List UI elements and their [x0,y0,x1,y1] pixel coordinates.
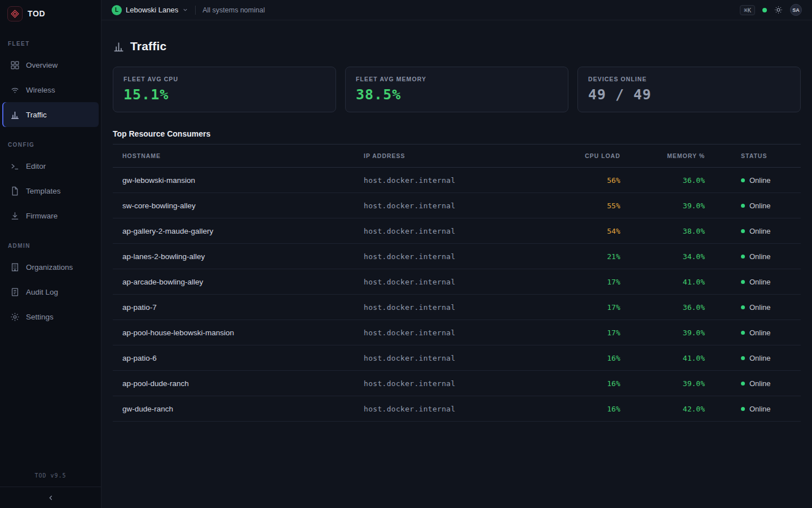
sidebar-item-organizations[interactable]: Organizations [2,255,99,279]
audit-file-icon [10,287,20,297]
column-header-cpu: CPU LOAD [547,152,620,159]
sidebar-item-templates[interactable]: Templates [2,178,99,203]
section-label-fleet: FLEET [0,41,101,47]
memory-cell: 39.0% [620,379,705,388]
section-label-admin: ADMIN [0,243,101,249]
cpu-load-cell: 56% [547,176,620,185]
status-label: Online [749,303,771,312]
table-header-row: HOSTNAME IP ADDRESS CPU LOAD MEMORY % ST… [113,144,801,168]
stat-value: 15.1% [123,86,325,103]
gear-icon [10,312,20,322]
grid-icon [10,60,20,70]
bar-chart-icon [10,110,20,120]
column-header-ip: IP ADDRESS [364,152,547,159]
sidebar-nav: FLEET Overview Wireless [0,27,101,472]
sidebar-item-audit-log[interactable]: Audit Log [2,279,99,304]
memory-cell: 39.0% [620,329,705,337]
status-label: Online [749,405,771,413]
online-status-dot-icon [741,229,745,233]
status-cell: Online [705,405,801,413]
sidebar-item-settings[interactable]: Settings [2,304,99,329]
user-avatar[interactable]: SA [790,4,802,16]
sidebar-item-label: Audit Log [26,288,58,296]
online-status-dot-icon [741,407,745,411]
app-logo-icon [7,6,23,21]
sidebar-item-overview[interactable]: Overview [2,52,99,77]
table-row[interactable]: sw-core-bowling-alleyhost.docker.interna… [113,193,801,218]
device-table-body: gw-lebowski-mansionhost.docker.internal5… [113,168,801,422]
hostname-cell: ap-gallery-2-maude-gallery [113,227,364,235]
stat-label: DEVICES ONLINE [588,76,790,82]
app-version: TOD v9.5 [0,472,101,487]
status-label: Online [749,227,771,235]
chevron-down-icon [182,7,188,13]
memory-cell: 42.0% [620,405,705,413]
memory-cell: 36.0% [620,303,705,312]
cpu-load-cell: 16% [547,405,620,413]
table-row[interactable]: ap-pool-dude-ranchhost.docker.internal16… [113,371,801,396]
table-row[interactable]: ap-pool-house-lebowski-mansionhost.docke… [113,320,801,345]
table-row[interactable]: ap-gallery-2-maude-galleryhost.docker.in… [113,218,801,244]
status-label: Online [749,176,771,185]
stats-row: FLEET AVG CPU 15.1% FLEET AVG MEMORY 38.… [113,67,801,112]
org-switcher[interactable]: L Lebowski Lanes [112,5,188,15]
sidebar-collapse-button[interactable] [0,487,101,508]
section-label-config: CONFIG [0,142,101,148]
stat-value: 49 / 49 [588,86,790,103]
hostname-cell: ap-pool-house-lebowski-mansion [113,329,364,337]
memory-cell: 36.0% [620,176,705,185]
ip-address-cell: host.docker.internal [364,278,547,286]
hostname-cell: gw-lebowski-mansion [113,176,364,185]
stat-card-fleet-avg-memory: FLEET AVG MEMORY 38.5% [345,67,568,112]
hostname-cell: gw-dude-ranch [113,405,364,413]
topbar: L Lebowski Lanes All systems nominal ⌘K [102,0,812,20]
table-row[interactable]: ap-patio-7host.docker.internal17%36.0%On… [113,295,801,320]
ip-address-cell: host.docker.internal [364,176,547,185]
hostname-cell: ap-lanes-2-bowling-alley [113,252,364,261]
sidebar-item-editor[interactable]: Editor [2,154,99,178]
stat-card-fleet-avg-cpu: FLEET AVG CPU 15.1% [113,67,336,112]
top-resource-consumers-table: HOSTNAME IP ADDRESS CPU LOAD MEMORY % ST… [113,144,801,422]
status-cell: Online [705,176,801,185]
ip-address-cell: host.docker.internal [364,227,547,235]
online-status-dot-icon [741,305,745,309]
sidebar-item-firmware[interactable]: Firmware [2,203,99,228]
status-cell: Online [705,278,801,286]
chevron-left-icon [47,494,55,502]
memory-cell: 38.0% [620,227,705,235]
status-cell: Online [705,303,801,312]
ip-address-cell: host.docker.internal [364,202,547,210]
ip-address-cell: host.docker.internal [364,303,547,312]
sidebar-item-wireless[interactable]: Wireless [2,77,99,102]
sidebar-item-traffic[interactable]: Traffic [2,102,99,127]
command-palette-shortcut[interactable]: ⌘K [740,5,755,15]
sidebar-item-label: Traffic [26,111,47,119]
column-header-hostname: HOSTNAME [113,152,364,159]
table-row[interactable]: gw-dude-ranchhost.docker.internal16%42.0… [113,396,801,422]
theme-toggle-sun-icon[interactable] [774,6,783,14]
wifi-icon [10,85,20,95]
status-label: Online [749,354,771,362]
status-cell: Online [705,202,801,210]
sidebar-item-label: Organizations [26,263,73,271]
table-row[interactable]: ap-lanes-2-bowling-alleyhost.docker.inte… [113,244,801,269]
sidebar-item-label: Wireless [26,86,55,94]
download-icon [10,211,20,221]
hostname-cell: sw-core-bowling-alley [113,202,364,210]
column-header-memory: MEMORY % [620,152,705,159]
stat-label: FLEET AVG CPU [123,76,325,82]
table-row[interactable]: ap-arcade-bowling-alleyhost.docker.inter… [113,269,801,295]
online-status-dot-icon [741,382,745,386]
stat-label: FLEET AVG MEMORY [356,76,558,82]
building-icon [10,262,20,272]
table-row[interactable]: gw-lebowski-mansionhost.docker.internal5… [113,168,801,193]
hostname-cell: ap-pool-dude-ranch [113,379,364,388]
sidebar-item-label: Overview [26,61,58,69]
table-row[interactable]: ap-patio-6host.docker.internal16%41.0%On… [113,345,801,371]
online-status-dot-icon [741,204,745,208]
online-status-dot-icon [741,255,745,259]
status-cell: Online [705,252,801,261]
hostname-cell: ap-arcade-bowling-alley [113,278,364,286]
app-name: TOD [28,9,45,18]
cpu-load-cell: 17% [547,329,620,337]
